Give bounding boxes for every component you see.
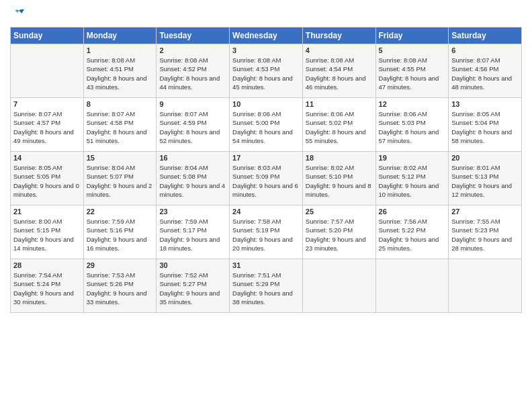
day-cell: 26Sunrise: 7:56 AMSunset: 5:22 PMDayligh… [375,205,449,259]
day-info: Sunrise: 8:07 AMSunset: 4:59 PMDaylight:… [159,109,226,145]
day-cell: 8Sunrise: 8:07 AMSunset: 4:58 PMDaylight… [83,98,157,152]
column-header-sunday: Sunday [11,28,84,44]
day-cell: 18Sunrise: 8:02 AMSunset: 5:10 PMDayligh… [302,152,375,205]
day-cell: 31Sunrise: 7:51 AMSunset: 5:29 PMDayligh… [230,259,303,313]
week-row-1: 1Sunrise: 8:08 AMSunset: 4:51 PMDaylight… [11,44,522,98]
day-number: 30 [159,261,226,269]
day-cell [375,259,449,313]
day-info: Sunrise: 8:06 AMSunset: 5:03 PMDaylight:… [379,109,446,145]
day-number: 1 [87,46,154,54]
column-header-friday: Friday [375,28,449,44]
day-info: Sunrise: 8:07 AMSunset: 4:56 PMDaylight:… [451,56,519,91]
day-number: 14 [13,154,81,162]
header [10,7,522,21]
logo-bird-icon [11,7,26,21]
day-info: Sunrise: 7:59 AMSunset: 5:16 PMDaylight:… [87,217,154,253]
column-header-monday: Monday [83,28,157,44]
day-cell: 5Sunrise: 8:08 AMSunset: 4:55 PMDaylight… [375,44,449,98]
day-info: Sunrise: 8:01 AMSunset: 5:13 PMDaylight:… [451,163,519,199]
day-number: 7 [13,100,81,108]
day-number: 26 [379,208,446,216]
day-number: 28 [13,261,81,269]
day-info: Sunrise: 8:08 AMSunset: 4:55 PMDaylight:… [379,56,446,91]
week-row-5: 28Sunrise: 7:54 AMSunset: 5:24 PMDayligh… [11,259,522,313]
day-info: Sunrise: 7:54 AMSunset: 5:24 PMDaylight:… [13,271,81,306]
day-cell: 28Sunrise: 7:54 AMSunset: 5:24 PMDayligh… [11,259,84,313]
day-info: Sunrise: 7:57 AMSunset: 5:20 PMDaylight:… [306,217,373,253]
calendar-page: SundayMondayTuesdayWednesdayThursdayFrid… [0,0,532,411]
day-number: 6 [451,46,519,54]
day-cell: 21Sunrise: 8:00 AMSunset: 5:15 PMDayligh… [11,205,84,259]
day-number: 16 [159,154,226,162]
day-number: 19 [379,154,446,162]
day-number: 4 [306,46,373,54]
day-info: Sunrise: 8:07 AMSunset: 4:57 PMDaylight:… [13,109,81,145]
day-number: 22 [87,208,154,216]
day-info: Sunrise: 7:55 AMSunset: 5:23 PMDaylight:… [451,217,519,253]
day-info: Sunrise: 8:06 AMSunset: 5:00 PMDaylight:… [232,109,300,145]
day-cell [302,259,375,313]
day-number: 2 [159,46,226,54]
day-cell: 29Sunrise: 7:53 AMSunset: 5:26 PMDayligh… [83,259,157,313]
day-cell: 2Sunrise: 8:08 AMSunset: 4:52 PMDaylight… [157,44,230,98]
day-number: 12 [379,100,446,108]
day-info: Sunrise: 8:05 AMSunset: 5:05 PMDaylight:… [13,163,81,199]
header-row: SundayMondayTuesdayWednesdayThursdayFrid… [11,28,522,44]
day-cell: 22Sunrise: 7:59 AMSunset: 5:16 PMDayligh… [83,205,157,259]
day-info: Sunrise: 8:07 AMSunset: 4:58 PMDaylight:… [87,109,154,145]
day-cell: 12Sunrise: 8:06 AMSunset: 5:03 PMDayligh… [375,98,449,152]
day-cell [11,44,84,98]
day-cell: 16Sunrise: 8:04 AMSunset: 5:08 PMDayligh… [157,152,230,205]
day-number: 9 [159,100,226,108]
day-cell: 10Sunrise: 8:06 AMSunset: 5:00 PMDayligh… [230,98,303,152]
day-number: 20 [451,154,519,162]
day-info: Sunrise: 8:04 AMSunset: 5:07 PMDaylight:… [87,163,154,199]
day-info: Sunrise: 8:00 AMSunset: 5:15 PMDaylight:… [13,217,81,253]
day-cell: 27Sunrise: 7:55 AMSunset: 5:23 PMDayligh… [449,205,522,259]
day-number: 25 [306,208,373,216]
day-number: 8 [87,100,154,108]
day-info: Sunrise: 8:02 AMSunset: 5:10 PMDaylight:… [306,163,373,199]
day-info: Sunrise: 8:08 AMSunset: 4:52 PMDaylight:… [159,56,226,91]
day-info: Sunrise: 7:52 AMSunset: 5:27 PMDaylight:… [159,271,226,306]
day-number: 24 [232,208,300,216]
day-info: Sunrise: 7:59 AMSunset: 5:17 PMDaylight:… [159,217,226,253]
day-number: 11 [306,100,373,108]
day-info: Sunrise: 7:56 AMSunset: 5:22 PMDaylight:… [379,217,446,253]
week-row-3: 14Sunrise: 8:05 AMSunset: 5:05 PMDayligh… [11,152,522,205]
day-cell: 14Sunrise: 8:05 AMSunset: 5:05 PMDayligh… [11,152,84,205]
day-info: Sunrise: 7:51 AMSunset: 5:29 PMDaylight:… [232,271,300,306]
day-cell: 3Sunrise: 8:08 AMSunset: 4:53 PMDaylight… [230,44,303,98]
day-number: 21 [13,208,81,216]
day-cell: 6Sunrise: 8:07 AMSunset: 4:56 PMDaylight… [449,44,522,98]
day-info: Sunrise: 7:58 AMSunset: 5:19 PMDaylight:… [232,217,300,253]
day-number: 27 [451,208,519,216]
column-header-saturday: Saturday [449,28,522,44]
day-info: Sunrise: 8:03 AMSunset: 5:09 PMDaylight:… [232,163,300,199]
day-number: 31 [232,261,300,269]
day-cell: 7Sunrise: 8:07 AMSunset: 4:57 PMDaylight… [11,98,84,152]
day-cell: 20Sunrise: 8:01 AMSunset: 5:13 PMDayligh… [449,152,522,205]
day-info: Sunrise: 8:08 AMSunset: 4:54 PMDaylight:… [306,56,373,91]
day-cell: 25Sunrise: 7:57 AMSunset: 5:20 PMDayligh… [302,205,375,259]
week-row-4: 21Sunrise: 8:00 AMSunset: 5:15 PMDayligh… [11,205,522,259]
day-number: 29 [87,261,154,269]
day-cell: 24Sunrise: 7:58 AMSunset: 5:19 PMDayligh… [230,205,303,259]
day-cell: 4Sunrise: 8:08 AMSunset: 4:54 PMDaylight… [302,44,375,98]
day-info: Sunrise: 8:06 AMSunset: 5:02 PMDaylight:… [306,109,373,145]
calendar-table: SundayMondayTuesdayWednesdayThursdayFrid… [10,27,522,313]
day-info: Sunrise: 8:04 AMSunset: 5:08 PMDaylight:… [159,163,226,199]
day-cell [449,259,522,313]
day-number: 10 [232,100,300,108]
day-number: 18 [306,154,373,162]
day-cell: 9Sunrise: 8:07 AMSunset: 4:59 PMDaylight… [157,98,230,152]
day-cell: 11Sunrise: 8:06 AMSunset: 5:02 PMDayligh… [302,98,375,152]
day-number: 23 [159,208,226,216]
day-info: Sunrise: 8:05 AMSunset: 5:04 PMDaylight:… [451,109,519,145]
day-number: 13 [451,100,519,108]
column-header-thursday: Thursday [302,28,375,44]
day-number: 15 [87,154,154,162]
day-info: Sunrise: 8:08 AMSunset: 4:51 PMDaylight:… [87,56,154,91]
column-header-wednesday: Wednesday [230,28,303,44]
day-cell: 30Sunrise: 7:52 AMSunset: 5:27 PMDayligh… [157,259,230,313]
